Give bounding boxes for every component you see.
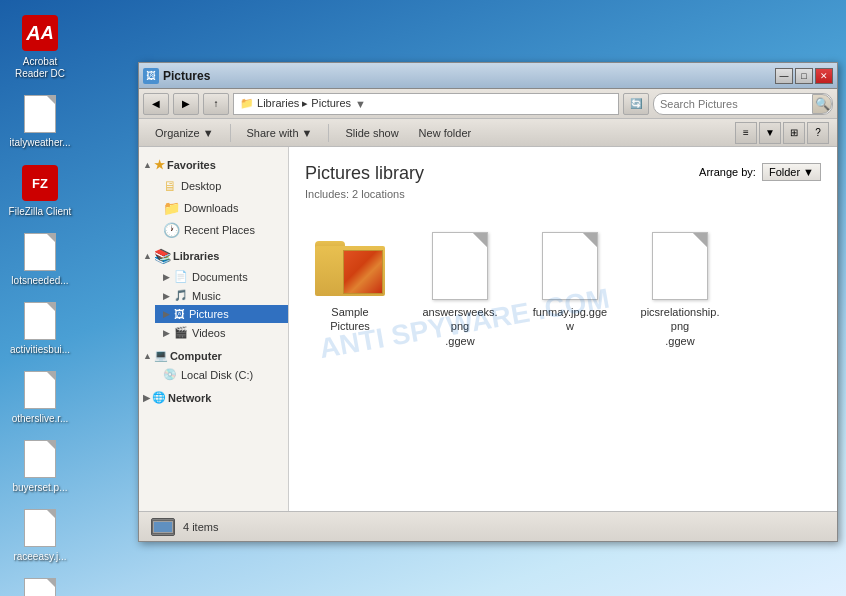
favorites-star-icon: ★ xyxy=(154,158,165,172)
sidebar-libraries-items: ▶ 📄 Documents ▶ 🎵 Music ▶ 🖼 Pictures xyxy=(139,267,288,342)
desktop-icon-otherslive[interactable]: otherslive.r... xyxy=(5,367,75,428)
sidebar-header-libraries[interactable]: ▲ 📚 Libraries xyxy=(139,245,288,267)
sidebar-item-videos[interactable]: ▶ 🎬 Videos xyxy=(155,323,288,342)
computer-label: Computer xyxy=(170,350,222,362)
search-input[interactable] xyxy=(660,98,812,110)
desktop: A Acrobat Reader DC italyweather... FZ F… xyxy=(0,0,140,596)
view-dropdown-button[interactable]: ▼ xyxy=(759,122,781,144)
otherslive-label: otherslive.r... xyxy=(12,413,69,425)
help-button[interactable]: ? xyxy=(807,122,829,144)
view-tiles-button[interactable]: ⊞ xyxy=(783,122,805,144)
slideshow-button[interactable]: Slide show xyxy=(337,122,406,144)
desktop-icon-activitiesbuild[interactable]: activitiesbui... xyxy=(5,298,75,359)
videos-label: Videos xyxy=(192,327,225,339)
docs-expand-icon: ▶ xyxy=(163,272,170,282)
sidebar-favorites-items: 🖥 Desktop 📁 Downloads 🕐 Recent Places xyxy=(139,175,288,241)
address-path[interactable]: 📁 Libraries ▸ Pictures ▼ xyxy=(233,93,619,115)
file-item-funmay[interactable]: funmay.jpg.ggew xyxy=(525,226,615,339)
libraries-expand-icon: ▲ xyxy=(143,251,152,261)
sample-pictures-label: Sample Pictures xyxy=(310,305,390,334)
new-folder-button[interactable]: New folder xyxy=(411,122,480,144)
documents-label: Documents xyxy=(192,271,248,283)
files-grid: Sample Pictures answersweeks.png.ggew fu… xyxy=(305,216,821,363)
organize-button[interactable]: Organize ▼ xyxy=(147,122,222,144)
docs-folder-icon: 📄 xyxy=(174,270,188,283)
main-panel: Pictures library Includes: 2 locations A… xyxy=(289,147,837,511)
funmay-label: funmay.jpg.ggew xyxy=(530,305,610,334)
picsrelationship-doc-icon xyxy=(652,232,708,300)
sidebar-item-downloads[interactable]: 📁 Downloads xyxy=(155,197,288,219)
file-item-sample-pictures[interactable]: Sample Pictures xyxy=(305,226,395,339)
desktop-folder-icon: 🖥 xyxy=(163,178,177,194)
network-icon: 🌐 xyxy=(152,391,166,404)
answersweeks-doc-icon xyxy=(432,232,488,300)
sidebar-item-pictures[interactable]: ▶ 🖼 Pictures xyxy=(155,305,288,323)
videos-folder-icon: 🎬 xyxy=(174,326,188,339)
favorites-label: Favorites xyxy=(167,159,216,171)
desktop-icon-emergency[interactable]: emergency... xyxy=(5,574,75,596)
recent-item-label: Recent Places xyxy=(184,224,255,236)
libraries-folder-icon: 📚 xyxy=(154,248,171,264)
file-item-picsrelationship[interactable]: picsrelationship.png.ggew xyxy=(635,226,725,353)
status-computer-icon xyxy=(151,518,175,536)
sidebar-header-network[interactable]: ▶ 🌐 Network xyxy=(139,388,288,407)
status-bar: 4 items xyxy=(139,511,837,541)
organize-dropdown-icon: ▼ xyxy=(203,127,214,139)
title-bar: 🖼 Pictures — □ ✕ xyxy=(139,63,837,89)
folder-photo-inner xyxy=(344,251,382,293)
toolbar: Organize ▼ Share with ▼ Slide show New f… xyxy=(139,119,837,147)
sidebar-header-favorites[interactable]: ▲ ★ Favorites xyxy=(139,155,288,175)
folder-photo xyxy=(343,250,383,294)
view-icons: ≡ ▼ ⊞ ? xyxy=(735,122,829,144)
picsrelationship-thumbnail xyxy=(645,231,715,301)
back-button[interactable]: ◀ xyxy=(143,93,169,115)
pictures-label: Pictures xyxy=(189,308,229,320)
close-button[interactable]: ✕ xyxy=(815,68,833,84)
view-details-button[interactable]: ≡ xyxy=(735,122,757,144)
arrange-by-value: Folder xyxy=(769,166,800,178)
arrange-by-dropdown[interactable]: Folder ▼ xyxy=(762,163,821,181)
sidebar-item-local-disk[interactable]: 💿 Local Disk (C:) xyxy=(155,365,288,384)
toolbar-separator-2 xyxy=(328,124,329,142)
share-with-button[interactable]: Share with ▼ xyxy=(239,122,321,144)
sidebar-item-desktop[interactable]: 🖥 Desktop xyxy=(155,175,288,197)
desktop-icon-italyweather[interactable]: italyweather... xyxy=(5,91,75,152)
music-folder-icon: 🎵 xyxy=(174,289,188,302)
file-item-answersweeks[interactable]: answersweeks.png.ggew xyxy=(415,226,505,353)
sidebar-item-recent-places[interactable]: 🕐 Recent Places xyxy=(155,219,288,241)
sidebar-item-music[interactable]: ▶ 🎵 Music xyxy=(155,286,288,305)
desktop-icon-acrobat[interactable]: A Acrobat Reader DC xyxy=(5,10,75,83)
videos-expand-icon: ▶ xyxy=(163,328,170,338)
search-button[interactable]: 🔍 xyxy=(812,94,832,114)
sidebar: ▲ ★ Favorites 🖥 Desktop 📁 Downloads 🕐 xyxy=(139,147,289,511)
up-button[interactable]: ↑ xyxy=(203,93,229,115)
arrange-by-label: Arrange by: xyxy=(699,166,756,178)
forward-button[interactable]: ▶ xyxy=(173,93,199,115)
address-bar: ◀ ▶ ↑ 📁 Libraries ▸ Pictures ▼ 🔄 🔍 xyxy=(139,89,837,119)
share-dropdown-icon: ▼ xyxy=(302,127,313,139)
computer-expand-icon: ▲ xyxy=(143,351,152,361)
window-controls: — □ ✕ xyxy=(775,68,833,84)
picsrelationship-label: picsrelationship.png.ggew xyxy=(640,305,720,348)
desktop-icon-buyerset[interactable]: buyerset.p... xyxy=(5,436,75,497)
window-title: Pictures xyxy=(163,69,775,83)
sidebar-item-documents[interactable]: ▶ 📄 Documents xyxy=(155,267,288,286)
sidebar-header-computer[interactable]: ▲ 💻 Computer xyxy=(139,346,288,365)
computer-icon: 💻 xyxy=(154,349,168,362)
maximize-button[interactable]: □ xyxy=(795,68,813,84)
network-expand-icon: ▶ xyxy=(143,393,150,403)
refresh-button[interactable]: 🔄 xyxy=(623,93,649,115)
desktop-icon-lotsneeded[interactable]: lotsneeded... xyxy=(5,229,75,290)
downloads-folder-icon: 📁 xyxy=(163,200,180,216)
sidebar-section-favorites: ▲ ★ Favorites 🖥 Desktop 📁 Downloads 🕐 xyxy=(139,155,288,241)
desktop-icon-filezilla[interactable]: FZ FileZilla Client xyxy=(5,160,75,221)
downloads-item-label: Downloads xyxy=(184,202,238,214)
libraries-label: Libraries xyxy=(173,250,219,262)
arrange-by-control: Arrange by: Folder ▼ xyxy=(699,163,821,181)
library-title: Pictures library xyxy=(305,163,424,184)
minimize-button[interactable]: — xyxy=(775,68,793,84)
explorer-window: 🖼 Pictures — □ ✕ ◀ ▶ ↑ 📁 Libraries ▸ Pic… xyxy=(138,62,838,542)
search-box: 🔍 xyxy=(653,93,833,115)
desktop-icon-raceeasy[interactable]: raceeasy.j... xyxy=(5,505,75,566)
window-icon: 🖼 xyxy=(143,68,159,84)
